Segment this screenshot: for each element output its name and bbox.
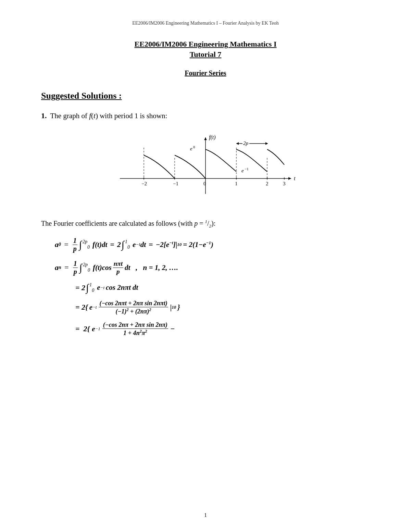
graph-container: f(t) t −2 −1 0 1 2 3	[41, 131, 370, 206]
title-line2: Tutorial 7	[41, 50, 370, 59]
formula-an-step3: = 2{ e −1 (−cos 2nπ + 2nπ sin 2nπ) 1 + 4…	[75, 321, 370, 337]
svg-text:0: 0	[193, 145, 195, 149]
svg-marker-3	[204, 137, 207, 140]
svg-text:e: e	[241, 168, 244, 173]
page-header: EE2006/IM2006 Engineering Mathematics I …	[41, 21, 370, 26]
fourier-description: The Fourier coefficients are calculated …	[41, 218, 370, 230]
subtitle: Fourier Series	[41, 69, 370, 77]
page-number: 1	[0, 512, 411, 518]
title-line1: EE2006/IM2006 Engineering Mathematics I	[41, 40, 370, 49]
svg-text:−2: −2	[141, 181, 147, 186]
svg-text:−1: −1	[245, 167, 249, 171]
problem-1-statement: 1. The graph of f(t) with period 1 is sh…	[41, 111, 370, 120]
svg-marker-1	[288, 177, 291, 180]
function-graph: f(t) t −2 −1 0 1 2 3	[110, 131, 301, 206]
header-text: EE2006/IM2006 Engineering Mathematics I …	[132, 21, 279, 26]
svg-text:0: 0	[203, 181, 206, 186]
svg-text:2: 2	[266, 181, 269, 186]
svg-text:3: 3	[283, 181, 286, 186]
section-heading: Suggested Solutions :	[41, 91, 370, 101]
svg-marker-27	[236, 142, 239, 145]
problem-text: The graph of f(t) with period 1 is shown…	[50, 112, 167, 120]
formula-a0-line: a 0 = 1 p ∫ 2p 0 f(t)dt = 2 ∫ 1 0 e −t d…	[55, 237, 370, 253]
formula-an: a n = 1 p ∫ 2p 0 f(t) cos nπt p dt , n =…	[55, 260, 370, 337]
svg-text:1: 1	[235, 181, 238, 186]
svg-text:2p: 2p	[243, 140, 249, 146]
svg-text:f(t): f(t)	[209, 134, 216, 140]
formula-an-step2: = 2{ e −t (−cos 2nπt + 2nπ sin 2nπt) (−1…	[75, 300, 370, 315]
formula-an-step1: = 2 ∫ 1 0 e −t cos 2nπt dt	[75, 282, 370, 294]
formula-an-line: a n = 1 p ∫ 2p 0 f(t) cos nπt p dt , n =…	[55, 260, 370, 276]
svg-text:e: e	[190, 146, 192, 151]
problem-number: 1.	[41, 111, 47, 120]
title-block: EE2006/IM2006 Engineering Mathematics I …	[41, 40, 370, 59]
svg-text:t: t	[294, 175, 296, 181]
svg-marker-29	[265, 142, 268, 145]
formula-a0: a 0 = 1 p ∫ 2p 0 f(t)dt = 2 ∫ 1 0 e −t d…	[55, 237, 370, 253]
svg-text:−1: −1	[173, 181, 178, 186]
page: EE2006/IM2006 Engineering Mathematics I …	[0, 0, 411, 532]
